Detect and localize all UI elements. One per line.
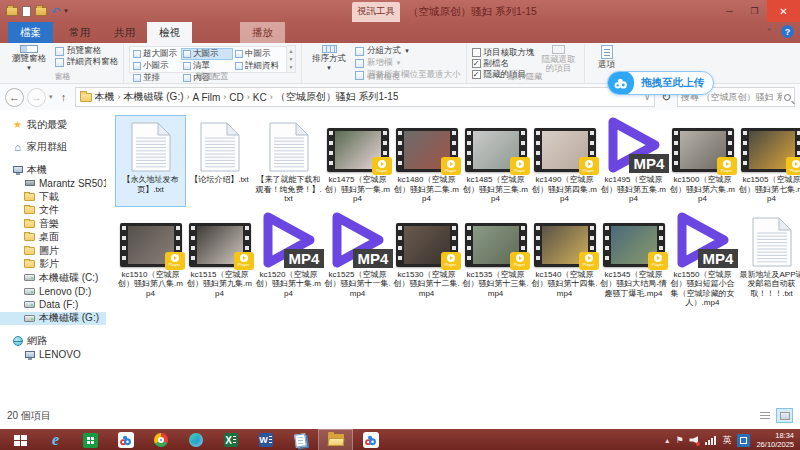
file-tile[interactable]: MP4 kc1520（空城原创）骚妇第十集.mp4 <box>254 211 323 310</box>
file-tile[interactable]: Player kc1475（空城原创）骚妇第一集.mp4 <box>323 116 392 206</box>
gallery-scrollbar[interactable]: ▲ ▼ ▼ <box>287 45 296 73</box>
preview-pane-button[interactable]: 預覽窗格 <box>55 46 118 56</box>
network-signal-icon[interactable] <box>705 436 716 445</box>
file-tile[interactable]: Player kc1540（空城原创）骚妇第十四集.mp4 <box>530 211 599 310</box>
details-pane-button[interactable]: 詳細資料窗格 <box>55 57 118 67</box>
qat-dropdown-icon[interactable]: ▾ <box>64 7 68 15</box>
sidebar-item[interactable]: 文件 <box>0 204 106 218</box>
ribbon-checkbox[interactable]: 項目核取方塊 <box>472 48 535 57</box>
file-tile[interactable]: Player kc1500（空城原创）骚妇第六集.mp4 <box>668 116 737 206</box>
taskbar-explorer-icon[interactable] <box>318 429 353 450</box>
file-tile[interactable]: Player kc1530（空城原创）骚妇第十二集.mp4 <box>392 211 461 310</box>
thumbnail-view-toggle[interactable] <box>776 408 793 423</box>
up-button[interactable]: ↑ <box>56 91 72 103</box>
sidebar-item[interactable]: LENOVO <box>0 348 106 362</box>
sidebar-item[interactable]: 本機 <box>0 163 106 177</box>
layout-option[interactable]: 超大圖示 <box>131 48 181 60</box>
breadcrumb-segment[interactable]: 本機 <box>95 90 115 104</box>
file-tile[interactable]: 【来了就能下载和观看！纯免费！】.txt <box>254 116 323 206</box>
navigation-pane-button[interactable]: 瀏覽窗格 ▼ <box>7 45 51 73</box>
tab-item[interactable]: 共用 <box>102 22 147 43</box>
details-view-toggle[interactable] <box>756 408 773 423</box>
sidebar-item[interactable]: 本機磁碟 (G:) <box>0 312 106 326</box>
help-icon[interactable]: ? <box>781 25 794 38</box>
taskbar-start-icon[interactable] <box>3 429 38 450</box>
file-tile[interactable]: Player kc1490（空城原创）骚妇第四集.mp4 <box>530 116 599 206</box>
file-tile[interactable]: 最新地址及APP请发邮箱自动获取！！！.txt <box>737 211 800 310</box>
taskbar-ie-icon[interactable]: e <box>38 429 73 450</box>
ribbon-checkbox[interactable]: ✓副檔名 <box>472 59 535 68</box>
recent-locations-icon[interactable]: ▾ <box>49 93 53 101</box>
sort-by-button[interactable]: 排序方式 ▼ <box>307 45 351 73</box>
qat-new-item-icon[interactable] <box>22 6 31 17</box>
breadcrumb-segment[interactable]: 本機磁碟 (G:) <box>124 90 184 104</box>
layout-option[interactable]: 大圖示 <box>181 48 233 60</box>
collapse-ribbon-icon[interactable]: ⌃ <box>765 27 773 37</box>
breadcrumb-segment[interactable]: KC <box>253 92 267 103</box>
sidebar-item[interactable]: 下載 <box>0 190 106 204</box>
sidebar-item[interactable]: 影片 <box>0 258 106 272</box>
file-tile[interactable]: Player kc1480（空城原创）骚妇第二集.mp4 <box>392 116 461 206</box>
ime-language-indicator[interactable]: 英 <box>722 434 731 447</box>
close-button[interactable]: ✕ <box>767 0 800 22</box>
action-center-flag-icon[interactable]: ⚑ <box>675 436 683 445</box>
sidebar-item[interactable]: 桌面 <box>0 231 106 245</box>
file-tile[interactable]: Player kc1510（空城原创）骚妇第八集.mp4 <box>116 211 185 310</box>
sidebar-item[interactable]: 網路 <box>0 334 106 348</box>
qat-properties-icon[interactable] <box>35 7 47 16</box>
minimize-button[interactable]: ─ <box>717 0 742 22</box>
upload-drop-button[interactable]: 拖拽至此上传 <box>607 71 714 95</box>
gallery-more-icon[interactable]: ▼ <box>289 64 294 70</box>
taskbar-chrome-icon[interactable] <box>143 429 178 450</box>
file-tile[interactable]: MP4 kc1495（空城原创）骚妇第五集.mp4 <box>599 116 668 206</box>
gallery-down-icon[interactable]: ▼ <box>289 56 294 62</box>
hide-selected-button[interactable]: 隱藏選取的項目 <box>539 45 579 73</box>
file-tile[interactable]: Player kc1505（空城原创）骚妇第七集.mp4 <box>737 116 800 206</box>
sidebar-item[interactable]: Data (F:) <box>0 298 106 312</box>
address-bar[interactable]: 本機›本機磁碟 (G:)›A Film›CD›KC›（空城原创）骚妇 系列1-1… <box>75 87 655 107</box>
tab-play[interactable]: 播放 <box>240 22 285 43</box>
layout-option[interactable]: 中圖示 <box>233 48 285 60</box>
sidebar-item[interactable]: 音樂 <box>0 217 106 231</box>
forward-button[interactable]: → <box>27 88 46 107</box>
file-tile[interactable]: Player kc1545（空城原创）骚妇大结局-情趣骚丁爆毛.mp4 <box>599 211 668 310</box>
sidebar-item[interactable]: ★我的最愛 <box>0 118 106 132</box>
sidebar-item[interactable]: 本機磁碟 (C:) <box>0 271 106 285</box>
undo-icon[interactable]: ↶ <box>51 6 60 16</box>
group-by-button[interactable]: 分組方式 ▼ <box>355 46 461 56</box>
file-tile[interactable]: Player kc1535（空城原创）骚妇第十三集.mp4 <box>461 211 530 310</box>
qat-folder-icon[interactable] <box>6 7 18 16</box>
sidebar-item[interactable]: Marantz SR5015 <box>0 177 106 191</box>
options-button[interactable]: 選項 <box>590 45 624 73</box>
breadcrumb-segment[interactable]: A Film <box>193 92 221 103</box>
taskbar-netdisk-icon[interactable] <box>353 429 388 450</box>
taskbar-clock[interactable]: 18:34 26/10/2025 <box>756 431 794 449</box>
tray-expand-icon[interactable]: ▴ <box>665 436 669 445</box>
file-tile[interactable]: 【论坛介绍】.txt <box>185 116 254 206</box>
back-button[interactable]: ← <box>5 88 24 107</box>
sidebar-item[interactable]: Lenovo (D:) <box>0 285 106 299</box>
file-tile[interactable]: MP4 kc1525（空城原创）骚妇第十一集.mp4 <box>323 211 392 310</box>
breadcrumb-segment[interactable]: CD <box>229 92 243 103</box>
taskbar-notepad-icon[interactable] <box>283 429 318 450</box>
file-tile[interactable]: 【永久地址发布页】.txt <box>116 116 185 206</box>
gallery-up-icon[interactable]: ▲ <box>289 48 294 54</box>
taskbar-word-icon[interactable]: W <box>248 429 283 450</box>
tab-item[interactable]: 檢視 <box>147 22 192 43</box>
taskbar-store-icon[interactable] <box>73 429 108 450</box>
ime-icon[interactable] <box>737 434 750 447</box>
sidebar-item[interactable]: 圖片 <box>0 244 106 258</box>
tab-file[interactable]: 檔案 <box>8 22 53 43</box>
file-tile[interactable]: Player kc1515（空城原创）骚妇第九集.mp4 <box>185 211 254 310</box>
taskbar-netdisk-icon[interactable] <box>108 429 143 450</box>
volume-icon[interactable] <box>689 435 699 445</box>
file-tile[interactable]: Player kc1485（空城原创）骚妇第三集.mp4 <box>461 116 530 206</box>
breadcrumb-segment[interactable]: （空城原创）骚妇 系列1-15 <box>276 90 399 104</box>
tab-item[interactable]: 常用 <box>57 22 102 43</box>
taskbar-edge-icon[interactable] <box>178 429 213 450</box>
add-columns-button[interactable]: 新增欄 ▼ <box>355 58 461 68</box>
maximize-button[interactable]: ❐ <box>742 0 767 22</box>
sidebar-item[interactable]: ⌂家用群組 <box>0 141 106 155</box>
file-tile[interactable]: MP4 kc1550（空城原创）骚妇短篇小合集（空城珍藏的女人）.mp4 <box>668 211 737 310</box>
taskbar-excel-icon[interactable]: X <box>213 429 248 450</box>
